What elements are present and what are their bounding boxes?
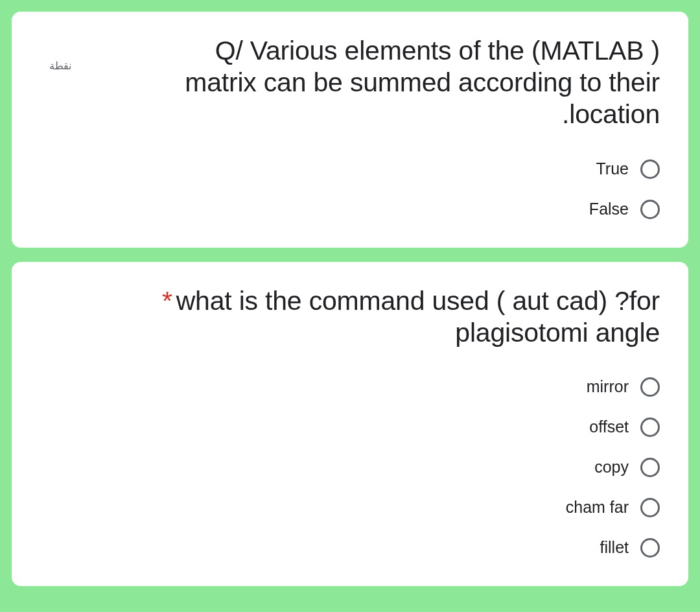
radio-icon bbox=[640, 458, 660, 477]
radio-option[interactable]: cham far bbox=[566, 498, 660, 517]
question-text: *what is the command used ( aut cad) ?fo… bbox=[137, 285, 660, 349]
option-label: False bbox=[589, 200, 629, 218]
option-label: True bbox=[596, 159, 629, 178]
radio-icon bbox=[640, 498, 660, 517]
question-card: *what is the command used ( aut cad) ?fo… bbox=[12, 262, 688, 586]
question-text-body: what is the command used ( aut cad) ?for… bbox=[176, 286, 660, 347]
required-star-icon: * bbox=[162, 286, 172, 316]
radio-option[interactable]: False bbox=[589, 200, 660, 219]
option-label: fillet bbox=[600, 538, 629, 557]
question-card: نقطة Q/ Various elements of the (MATLAB … bbox=[12, 12, 688, 248]
radio-icon bbox=[640, 418, 660, 437]
points-badge: نقطة bbox=[49, 60, 71, 72]
radio-icon bbox=[640, 377, 660, 397]
options-group: True False bbox=[40, 159, 660, 219]
radio-icon bbox=[640, 538, 660, 558]
radio-option[interactable]: fillet bbox=[600, 538, 660, 558]
radio-option[interactable]: mirror bbox=[587, 377, 660, 397]
option-label: cham far bbox=[566, 498, 629, 517]
option-label: copy bbox=[594, 458, 629, 477]
options-group: mirror offset copy cham far fillet bbox=[40, 377, 660, 558]
option-label: offset bbox=[589, 418, 629, 436]
radio-icon bbox=[640, 159, 660, 179]
radio-option[interactable]: True bbox=[596, 159, 660, 179]
question-text: Q/ Various elements of the (MATLAB ) mat… bbox=[137, 35, 660, 131]
radio-option[interactable]: copy bbox=[594, 458, 660, 477]
radio-icon bbox=[640, 200, 660, 219]
option-label: mirror bbox=[587, 377, 629, 396]
radio-option[interactable]: offset bbox=[589, 418, 660, 437]
